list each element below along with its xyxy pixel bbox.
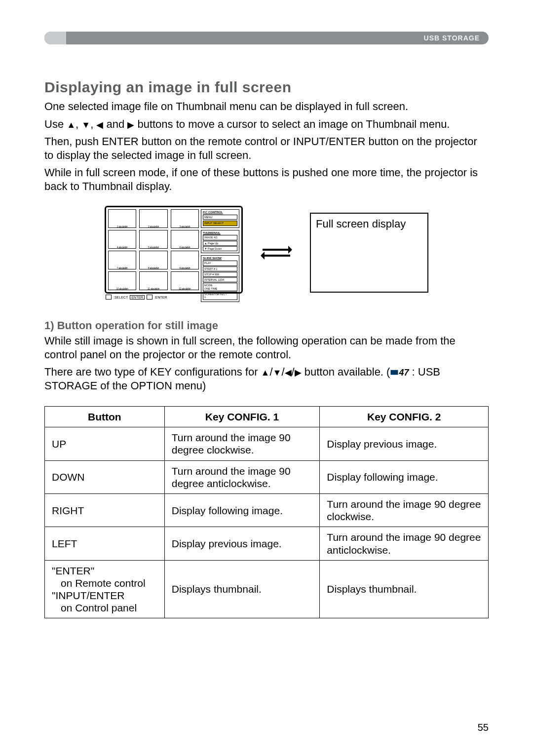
select-icon xyxy=(106,295,112,300)
thumbnail-cell: 2 abcdefgh xyxy=(139,209,167,228)
sub-paragraph-2: There are two type of KEY configurations… xyxy=(44,365,489,392)
thumbnail-side-panel: P.C CONTROL MENU INPUT SELECT THUMBNAIL … xyxy=(201,209,239,290)
s2-pre: There are two type of KEY configurations… xyxy=(44,366,261,378)
paragraph-2: Use ▲, ▼, ◀ and ▶ buttons to move a curs… xyxy=(44,117,489,131)
up-triangle-icon: ▲ xyxy=(67,120,76,130)
thumbnail-cell: 3 abcdefgh xyxy=(171,209,199,228)
table-row: RIGHT Display following image. Turn arou… xyxy=(45,493,489,527)
transition-arrows xyxy=(263,249,290,257)
th-config1: Key CONFIG. 1 xyxy=(164,407,320,427)
right-triangle-icon: ▶ xyxy=(127,120,134,130)
enter-icon xyxy=(147,295,152,300)
page-reference: 47 xyxy=(399,368,409,378)
thumbnail-cell: 10 abcdefgh xyxy=(108,271,136,290)
thumbnail-menu-mock: 1 abcdefgh 2 abcdefgh 3 abcdefgh 4 abcde… xyxy=(105,206,243,300)
fullscreen-label: Full screen display xyxy=(316,218,406,230)
left-triangle-icon: ◀ xyxy=(285,368,292,378)
key-config-table: Button Key CONFIG. 1 Key CONFIG. 2 UP Tu… xyxy=(44,406,489,618)
book-icon xyxy=(390,369,399,376)
page-number: 55 xyxy=(478,722,489,733)
thumbnail-cell: 12 abcdefgh xyxy=(171,271,199,290)
thumbnail-grid: 1 abcdefgh 2 abcdefgh 3 abcdefgh 4 abcde… xyxy=(108,209,201,290)
diagram-row: 1 abcdefgh 2 abcdefgh 3 abcdefgh 4 abcde… xyxy=(44,206,489,300)
arrow-left-icon xyxy=(263,255,290,257)
table-row: DOWN Turn around the image 90 degree ant… xyxy=(45,460,489,493)
side-thumbnail: THUMBNAIL IMAGE 4/1 ▲ Page Up ▼ Page Dow… xyxy=(201,230,239,254)
th-config2: Key CONFIG. 2 xyxy=(320,407,489,427)
paragraph-4: While in full screen mode, if one of the… xyxy=(44,166,489,193)
p2-post: buttons to move a cursor to select an im… xyxy=(134,118,450,130)
subsection-heading: 1) Button operation for still image xyxy=(44,319,489,332)
page: USB STORAGE Displaying an image in full … xyxy=(0,0,533,756)
right-triangle-icon: ▶ xyxy=(295,368,302,378)
down-triangle-icon: ▼ xyxy=(81,120,90,130)
sub-paragraph-1: While still image is shown in full scree… xyxy=(44,334,489,361)
enter-button-cell: "ENTER" on Remote control "INPUT/ENTER o… xyxy=(45,560,165,618)
side-pc-control: P.C CONTROL MENU INPUT SELECT xyxy=(201,209,239,228)
p2-pre: Use xyxy=(44,118,67,130)
table-row: LEFT Display previous image. Turn around… xyxy=(45,527,489,560)
up-triangle-icon: ▲ xyxy=(261,368,270,378)
fullscreen-display-box: Full screen display xyxy=(310,213,428,293)
paragraph-3: Then, push ENTER button on the remote co… xyxy=(44,135,489,162)
side-slide-show: SLIDE SHOW PLAY START # 1 STOP # 999 INT… xyxy=(201,255,239,302)
thumbnail-frame: 1 abcdefgh 2 abcdefgh 3 abcdefgh 4 abcde… xyxy=(105,206,243,294)
thumbnail-cell: 8 abcdefgh xyxy=(139,251,167,269)
paragraph-1: One selected image file on Thumbnail men… xyxy=(44,100,489,113)
th-button: Button xyxy=(45,407,165,427)
thumbnail-cell: 7 abcdefgh xyxy=(108,251,136,269)
table-header-row: Button Key CONFIG. 1 Key CONFIG. 2 xyxy=(45,407,489,427)
down-triangle-icon: ▼ xyxy=(273,368,282,378)
thumbnail-cell: 6 abcdefgh xyxy=(171,230,199,249)
arrow-right-icon xyxy=(263,249,290,251)
header-band: USB STORAGE xyxy=(44,32,489,44)
s2-mid: button available. ( xyxy=(302,366,390,378)
thumbnail-cell: 4 abcdefgh xyxy=(108,230,136,249)
section-title: Displaying an image in full screen xyxy=(44,79,489,96)
arrows-separator: and xyxy=(103,118,127,130)
left-triangle-icon: ◀ xyxy=(96,120,103,130)
table-row: UP Turn around the image 90 degree clock… xyxy=(45,427,489,460)
table-row: "ENTER" on Remote control "INPUT/ENTER o… xyxy=(45,560,489,618)
thumbnail-cell: 9 abcdefgh xyxy=(171,251,199,269)
header-label: USB STORAGE xyxy=(424,32,480,44)
thumbnail-cell: 1 abcdefgh xyxy=(108,209,136,228)
thumbnail-cell: 11 abcdefgh xyxy=(139,271,167,290)
thumbnail-cell: 5 abcdefgh xyxy=(139,230,167,249)
